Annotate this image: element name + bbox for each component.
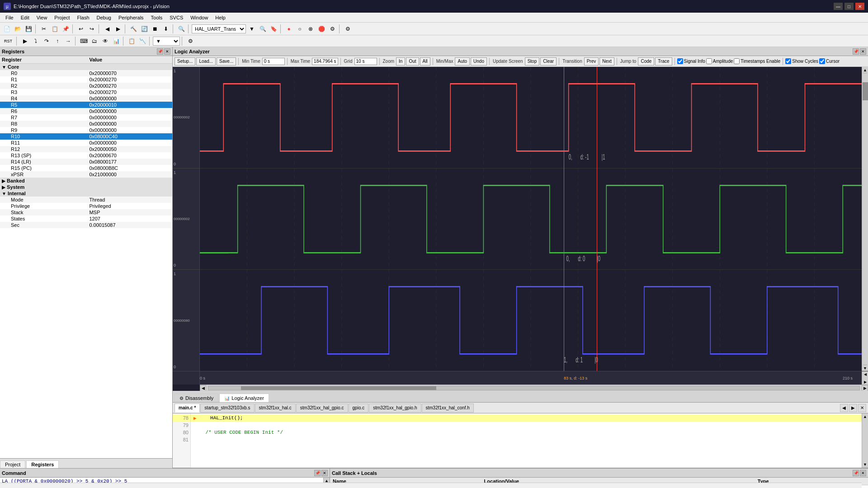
build-button[interactable]: 🔨 <box>128 24 138 34</box>
code-vscroll-track[interactable] <box>862 420 868 461</box>
file-tab-close[interactable]: ✕ <box>858 404 866 412</box>
la-prev-button[interactable]: Prev <box>584 57 599 66</box>
rebuild-button[interactable]: 🔄 <box>139 24 149 34</box>
nav-back-button[interactable]: ◀ <box>102 24 112 34</box>
register-row[interactable]: R40x00000000 <box>0 95 172 102</box>
la-show-cycles-check[interactable]: Show Cycles <box>785 58 818 64</box>
memory-button[interactable]: 🗂 <box>90 36 99 46</box>
undo-button[interactable]: ↩ <box>76 24 86 34</box>
cmd-pin-button[interactable]: 📌 <box>314 470 321 476</box>
register-row[interactable]: R60x00000000 <box>0 108 172 114</box>
vscroll-thumb[interactable] <box>863 82 868 100</box>
register-row[interactable]: R70x00000000 <box>0 114 172 121</box>
options-button[interactable]: ⚙ <box>343 24 353 34</box>
la-pin-button[interactable]: 📌 <box>853 48 859 55</box>
la-close-button[interactable]: ✕ <box>860 48 866 55</box>
new-file-button[interactable]: 📄 <box>2 24 12 34</box>
code-vscroll-up[interactable]: ▲ <box>862 413 868 420</box>
menu-view[interactable]: View <box>33 14 51 21</box>
code-vscroll-down[interactable]: ▼ <box>862 461 868 468</box>
la-cursor-check[interactable]: Cursor <box>819 58 840 64</box>
menu-window[interactable]: Window <box>187 14 212 21</box>
open-file-button[interactable]: 📂 <box>13 24 23 34</box>
command-button[interactable]: ⌨ <box>79 36 89 46</box>
step-button[interactable]: ⤵ <box>31 36 41 46</box>
debug-reset-button[interactable]: ⊗ <box>306 24 316 34</box>
tab-project[interactable]: Project <box>0 460 25 468</box>
menu-flash[interactable]: Flash <box>74 14 93 21</box>
reg-pin-button[interactable]: 📌 <box>157 48 163 55</box>
reset-btn[interactable]: RST <box>2 36 14 46</box>
hscroll-right-button[interactable]: ▶ <box>864 379 867 385</box>
menu-debug[interactable]: Debug <box>93 14 115 21</box>
menu-help[interactable]: Help <box>212 14 229 21</box>
debug-settings-button[interactable]: ⚙ <box>327 24 337 34</box>
cs-pin-button[interactable]: 📌 <box>853 470 859 476</box>
menu-peripherals[interactable]: Peripherals <box>115 14 147 21</box>
close-button[interactable]: ✕ <box>855 3 864 10</box>
la-zoom-in-button[interactable]: In <box>396 57 405 66</box>
la-code-button[interactable]: Code <box>638 57 654 66</box>
minimize-button[interactable]: — <box>834 3 843 10</box>
view2-button[interactable]: 📉 <box>137 36 147 46</box>
file-tab-gpio[interactable]: gpio.c <box>349 404 369 413</box>
la-auto-button[interactable]: Auto <box>455 57 470 66</box>
file-tab-main[interactable]: main.c * <box>175 404 200 413</box>
hscroll-track[interactable] <box>208 386 860 390</box>
register-row[interactable]: R10x20000270 <box>0 76 172 83</box>
register-row[interactable]: R00x20000070 <box>0 70 172 76</box>
step-over-button[interactable]: ↷ <box>42 36 52 46</box>
file-tab-scroll-right[interactable]: ▶ <box>849 404 857 412</box>
cmd-close-button[interactable]: ✕ <box>321 470 328 476</box>
la-zoom-out-button[interactable]: Out <box>406 57 419 66</box>
hscroll-arrow-right[interactable]: ▶ <box>862 385 868 391</box>
search-button[interactable]: 🔍 <box>176 24 186 34</box>
debug-breakpoints-button[interactable]: 🛑 <box>316 24 326 34</box>
menu-svcs[interactable]: SVCS <box>166 14 187 21</box>
la-undo-button[interactable]: Undo <box>471 57 487 66</box>
paste-button[interactable]: 📌 <box>61 24 71 34</box>
register-row[interactable]: R30x20000270 <box>0 89 172 95</box>
debug-start-button[interactable]: ● <box>284 24 294 34</box>
la-hscroll[interactable]: ◀ ▶ <box>200 385 868 391</box>
file-tab-hal-gpio-h[interactable]: stm32f1xx_hal_gpio.h <box>369 404 421 413</box>
register-row[interactable]: R100x08000C40 <box>0 133 172 140</box>
la-amplitude-check[interactable]: Amplitude <box>706 58 733 64</box>
vscroll-up-button[interactable]: ▲ <box>863 67 867 73</box>
register-row[interactable]: R110x00000000 <box>0 140 172 146</box>
register-row[interactable]: R120x20000050 <box>0 146 172 152</box>
la-timestamps-check[interactable]: Timestamps Enable <box>734 58 780 64</box>
download-button[interactable]: ⬇ <box>161 24 171 34</box>
hscroll-left-button[interactable]: ◀ <box>864 371 867 377</box>
cut-button[interactable]: ✂ <box>39 24 49 34</box>
file-tab-scroll-left[interactable]: ◀ <box>840 404 848 412</box>
copy-button[interactable]: 📋 <box>50 24 60 34</box>
redo-button[interactable]: ↪ <box>87 24 97 34</box>
view-combo[interactable]: ▼ <box>153 37 180 46</box>
hscroll-arrow-left[interactable]: ◀ <box>200 385 206 391</box>
register-row[interactable]: R15 (PC)0x08000B8C <box>0 165 172 171</box>
register-row[interactable]: R20x20000270 <box>0 83 172 89</box>
register-row[interactable]: R50x20000010 <box>0 102 172 108</box>
la-zoom-all-button[interactable]: All <box>420 57 430 66</box>
stop-build-button[interactable]: ⏹ <box>150 24 160 34</box>
register-row[interactable]: R13 (SP)0x20000670 <box>0 152 172 159</box>
menu-edit[interactable]: Edit <box>17 14 33 21</box>
inspect-button[interactable]: 🔍 <box>258 24 268 34</box>
cs-close-button[interactable]: ✕ <box>860 470 866 476</box>
tab-disassembly[interactable]: ⚙ Disassembly <box>175 394 218 402</box>
menu-tools[interactable]: Tools <box>147 14 166 21</box>
la-setup-button[interactable]: Setup... <box>175 57 195 66</box>
debug-stop-button[interactable]: ○ <box>295 24 305 34</box>
bookmark-button[interactable]: 🔖 <box>269 24 278 34</box>
register-row[interactable]: xPSR0x21000000 <box>0 171 172 178</box>
tab-logic-analyzer[interactable]: 📊 Logic Analyzer <box>219 394 269 402</box>
la-save-button[interactable]: Save... <box>217 57 236 66</box>
settings2-button[interactable]: ⚙ <box>185 36 195 46</box>
vscroll-down-button[interactable]: ▼ <box>863 365 867 371</box>
combo-go-button[interactable]: ▼ <box>247 24 257 34</box>
step-out-button[interactable]: ↑ <box>52 36 62 46</box>
register-row[interactable]: R80x00000000 <box>0 121 172 127</box>
la-next-button[interactable]: Next <box>599 57 614 66</box>
code-vscroll[interactable]: ▲ ▼ <box>862 413 868 468</box>
